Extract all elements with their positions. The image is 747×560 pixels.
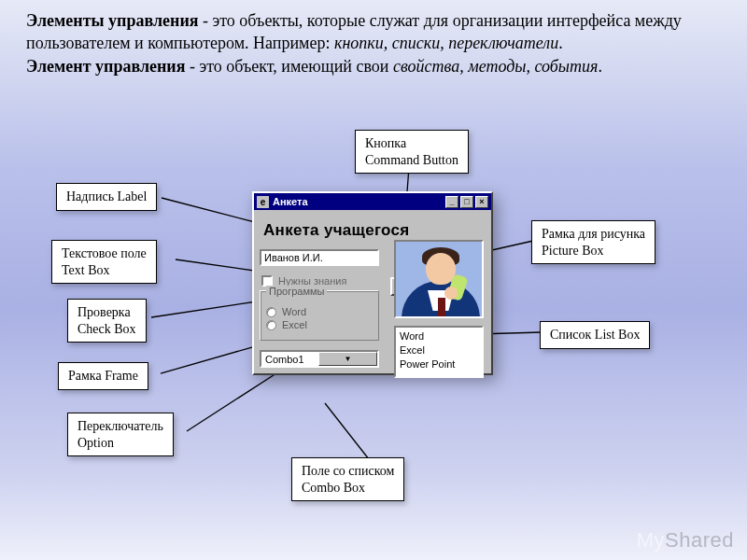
radio-excel[interactable]: Excel	[266, 319, 373, 330]
callout-picture: Рамка для рисунка Picture Box	[531, 220, 655, 264]
svg-line-4	[187, 373, 276, 431]
watermark: MyShared	[637, 528, 734, 553]
titlebar[interactable]: e Анкета _ □ ×	[254, 193, 491, 210]
intro-bold-2: Элемент управления	[26, 57, 185, 76]
callout-button-line2: Command Button	[365, 152, 458, 169]
intro-span-2: - это объект, имеющий свои	[185, 57, 392, 76]
intro-span-1b: .	[558, 34, 563, 52]
callout-picture-line1: Рамка для рисунка	[542, 226, 645, 243]
intro-italic-1: кнопки, списки, переключатели	[334, 34, 558, 52]
name-textbox[interactable]: Иванов И.И.	[260, 249, 379, 266]
callout-combo: Поле со списком Combo Box	[291, 457, 404, 501]
callout-textbox-line2: Text Box	[62, 262, 147, 279]
watermark-b: Shared	[665, 528, 734, 552]
callout-label: Надпись Label	[56, 183, 157, 211]
radio-icon[interactable]	[266, 320, 276, 330]
callout-picture-line2: Picture Box	[542, 243, 645, 259]
callout-frame-line1: Рамка Frame	[68, 368, 138, 385]
radio-word[interactable]: Word	[266, 306, 373, 317]
callout-check-line2: Check Box	[78, 321, 136, 338]
frame-title: Программы	[266, 286, 327, 297]
callout-option-line2: Option	[78, 435, 163, 452]
svg-line-2	[151, 301, 263, 317]
radio-label-1: Word	[282, 306, 306, 317]
callout-label-line1: Надпись Label	[66, 189, 147, 205]
intro-text: Элементы управления - это объекты, котор…	[26, 9, 698, 77]
close-button[interactable]: ×	[475, 196, 488, 208]
callout-option: Переключатель Option	[67, 413, 174, 456]
window-title: Анкета	[273, 196, 308, 207]
callout-check: Проверка Check Box	[67, 299, 147, 343]
combo-value: Combo1	[261, 354, 318, 365]
callout-check-line1: Проверка	[78, 304, 136, 321]
programs-frame: Программы Word Excel	[260, 290, 379, 341]
callout-combo-line1: Поле со списком	[302, 463, 394, 480]
minimize-button[interactable]: _	[445, 196, 458, 208]
callout-list: Список List Box	[540, 321, 650, 349]
list-box[interactable]: Word Excel Power Point	[394, 326, 484, 378]
client-area: Анкета учащегося Иванов И.И. Нужны знани…	[254, 210, 491, 373]
chevron-down-icon[interactable]: ▼	[318, 352, 377, 366]
list-item[interactable]: Excel	[400, 343, 478, 357]
watermark-a: My	[637, 528, 665, 552]
combo-box[interactable]: Combo1 ▼	[260, 350, 379, 368]
radio-icon[interactable]	[266, 307, 276, 317]
intro-italic-2: свойства, методы, события	[393, 57, 598, 76]
callout-button-line1: Кнопка	[365, 135, 458, 152]
radio-label-2: Excel	[282, 319, 307, 330]
callout-button: Кнопка Command Button	[355, 130, 469, 174]
intro-bold-1: Элементы управления	[26, 11, 199, 30]
callout-textbox-line1: Текстовое поле	[62, 245, 147, 262]
app-icon: e	[257, 196, 269, 208]
picture-box	[394, 240, 484, 318]
svg-line-5	[325, 403, 369, 459]
callout-list-line1: Список List Box	[550, 327, 640, 343]
callout-frame: Рамка Frame	[58, 362, 148, 390]
list-item[interactable]: Power Point	[400, 357, 478, 371]
callout-option-line1: Переключатель	[78, 418, 163, 435]
intro-span-2b: .	[598, 57, 602, 76]
svg-line-3	[161, 343, 265, 373]
callout-combo-line2: Combo Box	[302, 480, 394, 497]
maximize-button[interactable]: □	[460, 196, 473, 208]
avatar-image	[396, 242, 482, 316]
list-item[interactable]: Word	[400, 329, 478, 343]
app-window: e Анкета _ □ × Анкета учащегося Иванов И…	[252, 191, 493, 375]
callout-textbox: Текстовое поле Text Box	[51, 240, 157, 284]
